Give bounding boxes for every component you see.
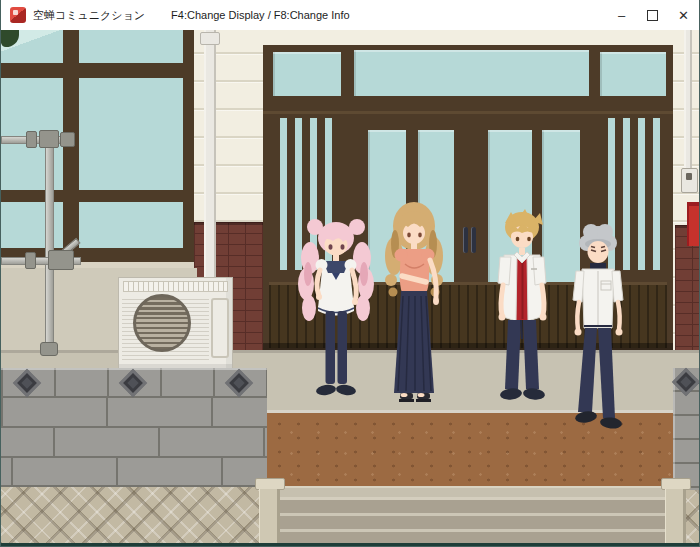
diamond-block-row	[1, 368, 267, 398]
pipe-bottom-elbow	[40, 342, 58, 356]
pipe-end-cap	[60, 132, 75, 147]
cinder-block-wall	[1, 368, 267, 487]
diamond-motif	[13, 369, 41, 397]
entrance-steps	[279, 486, 667, 546]
step-edge	[279, 486, 667, 497]
character-blonde-man[interactable]	[487, 209, 557, 401]
ac-side-panel	[211, 298, 229, 358]
shoe	[599, 416, 622, 429]
minimize-button[interactable]: –	[606, 0, 637, 30]
patterned-paving-left	[1, 487, 267, 546]
diamond-motif	[119, 369, 147, 397]
window-frame-right	[183, 30, 194, 268]
inseam	[521, 320, 522, 339]
doorbell-intercom[interactable]	[681, 168, 698, 193]
shoe	[315, 384, 336, 397]
chest-pocket	[601, 281, 611, 290]
pipe-elbow-joint	[39, 130, 59, 148]
hand	[316, 294, 322, 300]
close-icon: ✕	[678, 8, 689, 23]
sandals	[399, 393, 431, 402]
transom-pane-left	[273, 52, 341, 96]
stocking	[338, 311, 348, 384]
block-course	[1, 398, 267, 428]
shoe	[522, 387, 545, 401]
maximize-icon	[647, 10, 658, 21]
close-button[interactable]: ✕	[668, 0, 699, 30]
minimize-icon: –	[618, 8, 625, 23]
character-blonde-woman[interactable]	[375, 196, 455, 404]
diamond-motif	[672, 368, 699, 396]
sleeve	[395, 249, 408, 262]
window-controls: – ✕	[606, 0, 699, 30]
step-tread	[279, 500, 667, 513]
neck	[333, 255, 339, 262]
diamond-motif	[225, 369, 253, 397]
scaffold-pipe-vertical	[45, 138, 54, 356]
block-course	[1, 428, 267, 458]
pants	[578, 328, 615, 418]
app-icon	[10, 7, 26, 23]
ac-fan-grille	[133, 294, 191, 352]
face	[588, 241, 609, 263]
hand	[499, 314, 506, 321]
air-conditioner-unit	[118, 277, 233, 369]
ac-top-grille	[123, 281, 228, 292]
door-beam-highlight	[263, 111, 673, 114]
character-grey-haired[interactable]	[562, 224, 634, 430]
fist	[575, 329, 582, 336]
shoe	[574, 410, 597, 424]
block-column-right	[673, 368, 699, 490]
titlebar-info-text: F4:Change Display / F8:Change Info	[171, 9, 350, 21]
door-handle-left[interactable]	[463, 227, 468, 253]
red-fixture-box	[687, 202, 699, 246]
door-handle-right[interactable]	[471, 227, 476, 253]
downpipe-bracket	[200, 32, 220, 45]
step-tread	[279, 516, 667, 529]
railing-post-right	[665, 489, 686, 546]
hand	[352, 299, 358, 305]
downpipe-left	[204, 30, 216, 277]
shoe	[499, 387, 522, 401]
fist	[616, 329, 623, 336]
downpipe-right	[684, 30, 692, 170]
stocking	[326, 311, 336, 384]
hand	[433, 297, 439, 305]
transom-pane-right	[600, 52, 666, 96]
railing-post-left	[259, 489, 280, 546]
scene-bottom-edge	[1, 543, 699, 546]
block-course	[1, 458, 267, 487]
character-pink-twintail-girl[interactable]	[295, 214, 377, 398]
window-mullion-horizontal-2	[1, 190, 194, 202]
pipe-clamp	[26, 131, 37, 148]
hand	[540, 314, 547, 321]
pipe-clamp-2	[25, 252, 36, 269]
maximize-button[interactable]	[637, 0, 668, 30]
building-window	[1, 30, 194, 268]
app-window: 空蝉コミュニクション F4:Change Display / F8:Change…	[0, 0, 700, 547]
window-title: 空蝉コミュニクション	[33, 8, 145, 23]
shoe	[335, 384, 356, 397]
neck	[519, 248, 525, 255]
game-viewport[interactable]	[1, 30, 699, 546]
transom-pane-center	[354, 50, 589, 96]
neck	[411, 243, 417, 250]
titlebar: 空蝉コミュニクション F4:Change Display / F8:Change…	[1, 0, 699, 30]
window-mullion-horizontal	[1, 63, 194, 78]
pipe-junction-fitting	[48, 250, 74, 270]
